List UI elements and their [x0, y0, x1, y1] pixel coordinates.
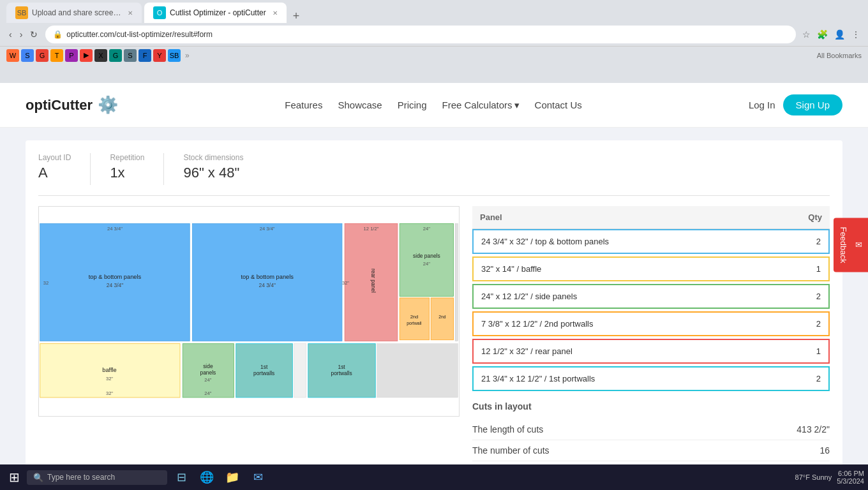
svg-text:rear panel: rear panel	[370, 269, 376, 293]
svg-text:portwalls: portwalls	[253, 370, 274, 376]
layout-id-value: A	[38, 165, 71, 181]
panel-label-6: 21 3/4" x 12 1/2" / 1st portwalls	[481, 374, 595, 383]
svg-text:24 3/4": 24 3/4"	[258, 282, 275, 288]
ext-icon-9[interactable]: S	[124, 49, 137, 62]
panel-qty-5: 1	[808, 346, 821, 356]
svg-text:side: side	[203, 363, 213, 369]
extensions-icon[interactable]: 🧩	[816, 28, 829, 41]
taskbar-temp: 87°F Sunny	[795, 473, 832, 481]
panel-table-header: Panel Qty	[472, 206, 830, 229]
profile-icon[interactable]: 👤	[833, 28, 846, 41]
ext-icon-4[interactable]: T	[50, 49, 63, 62]
svg-text:24 3/4": 24 3/4"	[260, 226, 275, 232]
feedback-tab[interactable]: ✉ Feedback	[834, 218, 868, 272]
taskbar-task-view[interactable]: ⊟	[171, 467, 191, 487]
nav-showcase[interactable]: Showcase	[338, 100, 382, 110]
taskbar-search[interactable]: 🔍 Type here to search	[27, 470, 167, 485]
tab-sb[interactable]: SB Upload and share screenshots ✕	[6, 3, 142, 23]
ext-icon-11[interactable]: Y	[153, 49, 166, 62]
layout-container: Layout ID A Repetition 1x Stock dimensio…	[26, 140, 842, 474]
panel-label-3: 24" x 12 1/2" / side panels	[481, 292, 577, 301]
taskbar: ⊞ 🔍 Type here to search ⊟ 🌐 📁 ✉ 87°F Sun…	[0, 464, 868, 490]
bookmark-star-icon[interactable]: ☆	[801, 28, 812, 41]
ext-icon-12[interactable]: SB	[168, 49, 181, 62]
svg-text:24": 24"	[423, 261, 430, 267]
feedback-icon: ✉	[853, 241, 863, 250]
svg-rect-16	[455, 223, 458, 341]
feedback-label: Feedback	[839, 226, 848, 263]
panel-label-5: 12 1/2" x 32" / rear panel	[481, 346, 572, 356]
panel-row-2: 32" x 14" / baffle 1	[472, 256, 830, 281]
ext-icon-6[interactable]: ▶	[80, 49, 93, 62]
svg-rect-27	[294, 344, 306, 397]
new-tab-button[interactable]: +	[289, 10, 304, 23]
address-bar-row: ‹ › ↻ 🔒 opticutter.com/cut-list-optimize…	[0, 23, 868, 46]
ext-icon-8[interactable]: G	[109, 49, 122, 62]
nav-features[interactable]: Features	[285, 100, 322, 110]
tab-close-opticutter[interactable]: ✕	[273, 10, 278, 17]
ext-icon-2[interactable]: S	[21, 49, 34, 62]
svg-text:top & bottom panels: top & bottom panels	[241, 274, 294, 280]
address-bar[interactable]: 🔒 opticutter.com/cut-list-optimizer/resu…	[45, 26, 796, 43]
login-button[interactable]: Log In	[749, 100, 775, 110]
taskbar-edge[interactable]: 🌐	[197, 467, 217, 487]
tab-opticutter[interactable]: O Cutlist Optimizer - optiCutter ✕	[144, 3, 287, 23]
svg-text:top & bottom panels: top & bottom panels	[89, 274, 142, 280]
layout-id-group: Layout ID A	[38, 153, 71, 185]
svg-rect-8	[400, 223, 453, 296]
ext-icon-10[interactable]: F	[138, 49, 151, 62]
svg-text:portwalls: portwalls	[331, 370, 352, 376]
stock-dimensions-value: 96" x 48"	[183, 165, 243, 181]
ext-icon-3[interactable]: G	[36, 49, 49, 62]
cuts-length-row: The length of cuts 413 2/2"	[472, 419, 830, 440]
forward-button[interactable]: ›	[17, 28, 26, 41]
tab-favicon-opticutter: O	[153, 6, 166, 19]
ext-overflow[interactable]: »	[185, 51, 190, 60]
panel-row-4: 7 3/8" x 12 1/2" / 2nd portwalls 2	[472, 311, 830, 336]
cut-diagram: top & bottom panels 24 3/4" top & bottom…	[38, 206, 460, 461]
svg-text:panels: panels	[200, 369, 216, 376]
nav-actions: Log In Sign Up	[749, 94, 842, 115]
svg-text:side panels: side panels	[413, 253, 440, 259]
lock-icon: 🔒	[53, 30, 63, 39]
nav-contact-us[interactable]: Contact Us	[535, 100, 582, 110]
ext-icon-7[interactable]: X	[94, 49, 107, 62]
ext-icon-1[interactable]: W	[6, 49, 19, 62]
repetition-group: Repetition 1x	[110, 153, 144, 185]
nav-free-calculators[interactable]: Free Calculators ▾	[442, 100, 520, 111]
panel-qty-3: 2	[808, 292, 821, 301]
panel-row-6: 21 3/4" x 12 1/2" / 1st portwalls 2	[472, 366, 830, 391]
refresh-button[interactable]: ↻	[27, 28, 40, 41]
qty-col-header: Qty	[808, 212, 822, 222]
tab-label-opticutter: Cutlist Optimizer - optiCutter	[170, 8, 266, 17]
panel-label-2: 32" x 14" / baffle	[481, 264, 541, 274]
ext-icon-5[interactable]: P	[65, 49, 78, 62]
logo: optiCutter ⚙️	[26, 95, 118, 115]
svg-text:24": 24"	[423, 226, 430, 232]
panel-row-5: 12 1/2" x 32" / rear panel 1	[472, 339, 830, 364]
tab-close-sb[interactable]: ✕	[128, 10, 133, 17]
start-button[interactable]: ⊞	[4, 467, 24, 487]
taskbar-mail[interactable]: ✉	[248, 467, 268, 487]
nav-pricing[interactable]: Pricing	[398, 100, 427, 110]
cuts-length-label: The length of cuts	[472, 424, 543, 434]
svg-text:24 3/4": 24 3/4"	[107, 282, 123, 288]
tab-label-sb: Upload and share screenshots	[32, 8, 121, 17]
tab-bar: SB Upload and share screenshots ✕ O Cutl…	[0, 0, 868, 23]
nav-buttons: ‹ › ↻	[6, 28, 40, 41]
main-area: Layout ID A Repetition 1x Stock dimensio…	[0, 128, 868, 490]
signup-button[interactable]: Sign Up	[783, 94, 842, 115]
cuts-number-label: The number of cuts	[472, 445, 550, 456]
logo-gear-icon: ⚙️	[98, 95, 118, 115]
panel-qty-1: 2	[808, 237, 821, 246]
diagram-svg: top & bottom panels 24 3/4" top & bottom…	[38, 206, 460, 417]
back-button[interactable]: ‹	[6, 28, 15, 41]
cuts-length-value: 413 2/2"	[797, 424, 830, 434]
search-icon: 🔍	[33, 473, 43, 482]
toolbar-icons: ☆ 🧩 👤 ⋮	[801, 28, 862, 41]
settings-icon[interactable]: ⋮	[850, 28, 862, 41]
logo-text: optiCutter	[26, 97, 93, 114]
taskbar-explorer[interactable]: 📁	[222, 467, 243, 487]
address-url: opticutter.com/cut-list-optimizer/result…	[66, 30, 788, 39]
chevron-down-icon: ▾	[514, 100, 520, 111]
